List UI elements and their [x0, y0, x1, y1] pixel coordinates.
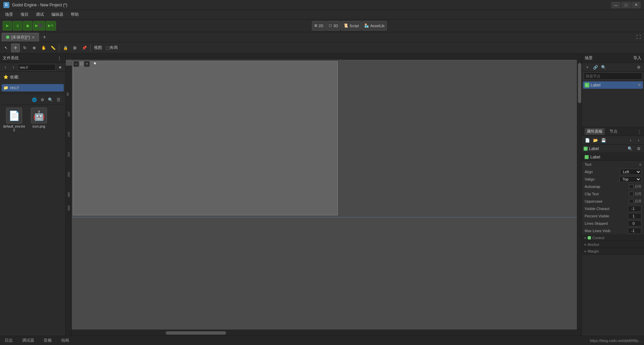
mode-2d-button[interactable]: ⊞ 2D: [312, 21, 326, 30]
filesystem-menu-button[interactable]: ⋮: [56, 55, 63, 62]
add-node-button[interactable]: +: [584, 64, 591, 71]
scene-tab[interactable]: [未保存](*) ✕: [2, 33, 39, 42]
max-lines-input[interactable]: [628, 228, 641, 234]
align-prop-value[interactable]: LeftCenterRight: [620, 169, 641, 175]
menu-project[interactable]: 项目: [17, 11, 32, 18]
valign-dropdown[interactable]: TopCenterBottom: [620, 176, 641, 182]
align-dropdown[interactable]: LeftCenterRight: [620, 169, 641, 175]
scene-node-label[interactable]: L Label 👁: [583, 81, 643, 89]
lock-button[interactable]: 🔒: [61, 44, 70, 52]
visibility-icon[interactable]: 👁: [638, 83, 641, 87]
godot-thumb-icon: 🤖: [33, 110, 45, 121]
nav-bar: ‹ › res:// ★: [0, 63, 65, 72]
bottom-tab-animation[interactable]: 动画: [59, 337, 71, 344]
asset-search-button[interactable]: 🔍: [47, 96, 54, 104]
layout-button[interactable]: ⬚ 布局: [104, 44, 119, 52]
ruler-tool-button[interactable]: 📏: [49, 44, 57, 52]
move-tool-button[interactable]: ✛: [11, 44, 20, 52]
stop-button[interactable]: ⏹: [23, 21, 32, 30]
pause-button[interactable]: ⏸: [13, 21, 22, 30]
close-button[interactable]: ✕: [631, 2, 641, 8]
props-open-button[interactable]: 📂: [592, 137, 599, 144]
play-scene-button[interactable]: ▶⬛: [33, 21, 45, 30]
valign-prop-value[interactable]: TopCenterBottom: [620, 176, 641, 182]
minimize-button[interactable]: —: [611, 2, 621, 8]
props-new-button[interactable]: 📄: [584, 137, 591, 144]
add-tab-button[interactable]: +: [40, 33, 48, 41]
autowrap-checkbox[interactable]: [629, 184, 634, 189]
nav-back-button[interactable]: ‹: [2, 64, 9, 71]
scene-options-button[interactable]: ⚙: [635, 64, 642, 71]
canvas-hint: 拖拽文件或从'项目'菜单导入资产: [176, 129, 234, 134]
asset-item-default-env[interactable]: 📄 default_env.tres: [3, 108, 25, 132]
v-scroll-thumb[interactable]: [578, 63, 581, 103]
sel-handle-tr[interactable]: [94, 62, 96, 64]
nav-forward-button[interactable]: ›: [10, 64, 17, 71]
window-title: Godot Engine - New Project (*): [12, 3, 67, 7]
clip-text-checkbox[interactable]: [629, 192, 634, 196]
mode-assetlib-button[interactable]: 🏪 AssetLib: [362, 21, 387, 30]
mode-script-button[interactable]: 📜 Script: [341, 21, 361, 30]
props-menu-button[interactable]: ⋮: [637, 129, 641, 134]
h-scroll-thumb[interactable]: [166, 331, 226, 335]
props-nav-forward[interactable]: ›: [635, 137, 642, 144]
view-button[interactable]: 视图: [92, 44, 104, 52]
max-lines-value: [628, 228, 641, 234]
tab-close-button[interactable]: ✕: [32, 36, 35, 39]
assetlib-icon: 🏪: [364, 23, 369, 28]
properties-content: L Label Text ≡ Align LeftCenterRight: [582, 153, 644, 336]
props-save-button[interactable]: 💾: [600, 137, 607, 144]
label-section-title: Label: [590, 155, 600, 159]
play-button[interactable]: ▶: [3, 21, 12, 30]
bottom-tab-debugger[interactable]: 调试器: [20, 337, 36, 344]
menu-debug[interactable]: 调试: [33, 11, 47, 18]
rotate-tool-button[interactable]: ↻: [20, 44, 29, 52]
uppercase-checkbox[interactable]: [629, 199, 634, 204]
props-tab-properties[interactable]: 属性面板: [585, 128, 605, 135]
visible-charact-input[interactable]: [628, 206, 641, 212]
zoom-in-button[interactable]: +: [84, 61, 90, 67]
menu-editor[interactable]: 编辑器: [48, 11, 67, 18]
scale-tool-button[interactable]: ⊕: [30, 44, 39, 52]
file-tree-item-res[interactable]: 📁 res://: [2, 84, 64, 91]
mode-3d-button[interactable]: ⬡ 3D: [326, 21, 340, 30]
zoom-out-button[interactable]: −: [73, 61, 79, 67]
props-more-button[interactable]: ⚙: [635, 145, 642, 152]
asset-settings-button[interactable]: ⚙: [39, 96, 46, 104]
anchor-arrow-icon: ▸: [585, 243, 586, 246]
menu-scene[interactable]: 场景: [2, 11, 16, 18]
bottom-tab-log[interactable]: 日志: [3, 337, 15, 344]
props-search-icon[interactable]: 🔍: [626, 145, 634, 152]
asset-name-default-env: default_env.tres: [3, 125, 25, 132]
fullscreen-button[interactable]: ⛶: [634, 33, 642, 41]
filter-input[interactable]: [584, 72, 642, 80]
props-nav-back[interactable]: ‹: [627, 137, 634, 144]
separator-1: [59, 44, 59, 52]
play-custom-button[interactable]: ▶↯: [46, 21, 56, 30]
pan-tool-button[interactable]: ✋: [39, 44, 48, 52]
zoom-reset-button[interactable]: [80, 63, 83, 65]
percent-visible-input[interactable]: [628, 213, 641, 219]
bottom-tab-audio[interactable]: 音频: [42, 337, 54, 344]
section-margin[interactable]: ▸ Margin: [582, 248, 644, 255]
prop-lines-skipped: Lines Skipped: [582, 220, 644, 227]
lines-skipped-input[interactable]: [628, 220, 641, 226]
asset-list-button[interactable]: ☰: [55, 96, 62, 104]
select-tool-button[interactable]: ↖: [2, 44, 10, 52]
props-tab-node[interactable]: 节点: [607, 128, 620, 135]
uppercase-prop-value: 启用: [629, 199, 641, 204]
asset-item-icon[interactable]: 🤖 icon.png: [28, 108, 50, 132]
v-scrollbar[interactable]: [577, 60, 582, 330]
filter-bar: [582, 72, 644, 80]
link-node-button[interactable]: 🔗: [592, 64, 599, 71]
filter-scene-button[interactable]: 🔍: [600, 64, 607, 71]
bookmark-button[interactable]: ★: [56, 64, 64, 71]
h-scrollbar[interactable]: [72, 330, 582, 336]
snap-button[interactable]: ⊞: [70, 44, 79, 52]
pin-button[interactable]: 📌: [80, 44, 89, 52]
section-anchor[interactable]: ▸ Anchor: [582, 241, 644, 248]
section-control[interactable]: ▸ C Control: [582, 234, 644, 241]
menu-help[interactable]: 帮助: [67, 11, 82, 18]
favorites-item[interactable]: ⭐ 收藏:: [2, 73, 64, 81]
maximize-button[interactable]: □: [621, 2, 631, 8]
